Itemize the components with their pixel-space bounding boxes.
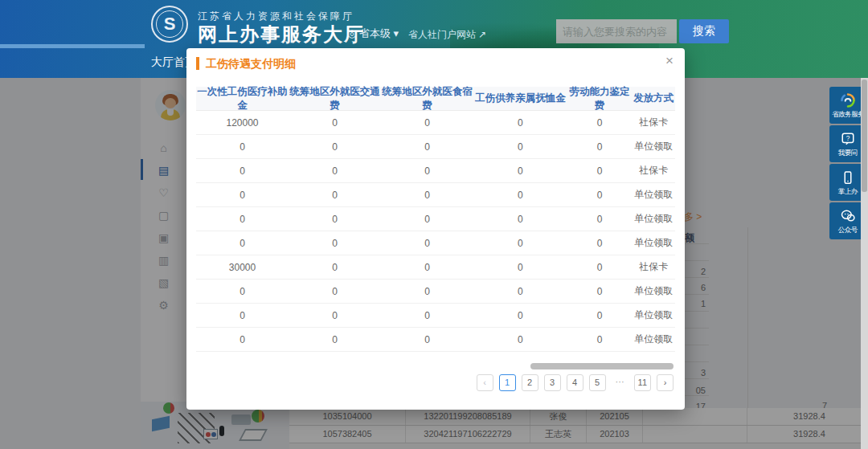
table-cell: 社保卡 (632, 116, 675, 129)
table-cell: 0 (289, 214, 381, 225)
payment-detail-modal: 工伤待遇支付明细 × 一次性工伤医疗补助金统筹地区外就医交通费统筹地区外就医食宿… (186, 48, 685, 410)
table-cell: 0 (196, 334, 289, 345)
table-cell: 单位领取 (632, 236, 675, 250)
pagination-page-4[interactable]: 4 (567, 374, 583, 391)
table-cell: 0 (381, 214, 473, 225)
window-scrollbar[interactable] (861, 78, 868, 449)
modal-table-header-row: 一次性工伤医疗补助金统筹地区外就医交通费统筹地区外就医食宿费工伤供养亲属抚恤金劳… (196, 87, 675, 111)
table-cell: 0 (567, 310, 632, 321)
pagination-page-5[interactable]: 5 (589, 374, 606, 391)
pagination-page-1[interactable]: 1 (499, 374, 516, 391)
modal-titlebar: 工伤待遇支付明细 × (186, 48, 685, 80)
table-cell: 120000 (196, 117, 289, 129)
portal-label: 省人社门户网站 (408, 29, 476, 40)
caret-down-icon: ▾ (394, 27, 399, 39)
table-cell: 0 (289, 141, 381, 153)
mobile-icon (841, 169, 855, 186)
table-cell: 0 (473, 238, 567, 249)
table-cell: 0 (196, 238, 289, 249)
modal-title: 工伤待遇支付明细 (206, 57, 296, 71)
table-cell: 0 (196, 165, 289, 177)
table-cell: 0 (289, 310, 381, 321)
table-cell: 0 (289, 165, 381, 177)
search-input[interactable] (556, 19, 677, 43)
table-cell: 0 (567, 165, 632, 177)
quick-button-label: 我要问 (838, 148, 858, 157)
region-selector[interactable]: ◎ 省本级 ▾ (347, 27, 399, 41)
table-row: 00000单位领取 (196, 183, 675, 207)
table-cell: 单位领取 (632, 284, 675, 298)
screen: ⌂▤♡▢▣▥▧⚙ 多 > 额 26130517 7 10351040001322… (0, 0, 868, 449)
table-cell: 社保卡 (632, 164, 675, 178)
table-cell: 0 (196, 286, 289, 297)
table-cell: 0 (289, 262, 381, 273)
region-label: 省本级 (359, 27, 391, 39)
table-cell: 单位领取 (632, 188, 675, 202)
table-cell: 0 (567, 190, 632, 201)
table-cell: 单位领取 (632, 308, 675, 322)
quick-button-label: 省政务服务 (832, 109, 864, 119)
table-cell: 0 (473, 117, 567, 129)
table-cell: 0 (473, 262, 567, 273)
table-cell: 0 (289, 190, 381, 201)
table-cell: 0 (473, 214, 567, 225)
table-cell: 0 (567, 286, 632, 297)
site-title: 网上办事服务大厅 (198, 22, 365, 47)
table-row: 00000社保卡 (196, 159, 675, 183)
table-row: 00000单位领取 (196, 280, 675, 304)
table-cell: 单位领取 (632, 212, 675, 226)
table-row: 00000单位领取 (196, 328, 675, 352)
table-cell: 0 (567, 141, 632, 153)
search-button[interactable]: 搜索 (679, 19, 729, 43)
title-accent-bar (196, 57, 199, 70)
table-cell: 0 (289, 238, 381, 249)
site-logo: S (151, 6, 188, 43)
table-cell: 0 (289, 117, 381, 129)
table-cell: 0 (567, 238, 632, 249)
table-cell: 单位领取 (632, 333, 675, 346)
column-header: 统筹地区外就医食宿费 (381, 85, 473, 112)
quick-button-label: 公众号 (838, 225, 858, 235)
window-scrollbar-thumb[interactable] (862, 80, 867, 192)
table-cell: 0 (567, 117, 632, 129)
table-cell: 0 (289, 286, 381, 297)
table-cell: 0 (289, 334, 381, 345)
pagination-page-11[interactable]: 11 (634, 374, 651, 391)
table-cell: 0 (381, 141, 473, 153)
table-cell: 0 (381, 310, 473, 321)
question-icon: ? (841, 130, 855, 148)
table-cell: 30000 (196, 262, 289, 273)
table-row: 300000000社保卡 (196, 255, 675, 280)
location-icon: ◎ (347, 27, 356, 39)
horizontal-scrollbar-thumb[interactable] (530, 363, 674, 369)
column-header: 工伤供养亲属抚恤金 (473, 92, 567, 105)
table-cell: 0 (473, 190, 567, 201)
table-cell: 0 (473, 334, 567, 345)
gov-services-icon (840, 92, 856, 109)
column-header: 发放方式 (632, 92, 675, 105)
table-cell: 0 (381, 165, 473, 177)
table-row: 1200000000社保卡 (196, 111, 675, 135)
portal-link[interactable]: 省人社门户网站 ↗ (408, 28, 486, 42)
table-cell: 0 (473, 310, 567, 321)
table-cell: 社保卡 (632, 260, 675, 274)
pagination-page-2[interactable]: 2 (522, 374, 538, 391)
pagination-next-button[interactable]: › (657, 374, 674, 391)
modal-table-body: 1200000000社保卡00000单位领取00000社保卡00000单位领取0… (196, 111, 675, 352)
table-cell: 0 (567, 214, 632, 225)
pagination-page-3[interactable]: 3 (544, 374, 561, 391)
close-icon[interactable]: × (665, 53, 674, 69)
payment-table: 一次性工伤医疗补助金统筹地区外就医交通费统筹地区外就医食宿费工伤供养亲属抚恤金劳… (196, 87, 675, 352)
wechat-icon (840, 207, 856, 225)
table-row: 00000单位领取 (196, 135, 675, 159)
svg-text:?: ? (846, 134, 850, 141)
pagination-ellipsis: ··· (612, 374, 628, 391)
table-cell: 0 (473, 141, 567, 153)
column-header: 统筹地区外就医交通费 (289, 85, 381, 112)
pagination-prev-button[interactable]: ‹ (477, 374, 493, 391)
table-cell: 0 (381, 117, 473, 129)
banner-strip-decoration (0, 44, 145, 48)
table-row: 00000单位领取 (196, 231, 675, 255)
table-cell: 0 (196, 310, 289, 321)
quick-button-label: 掌上办 (838, 186, 858, 196)
